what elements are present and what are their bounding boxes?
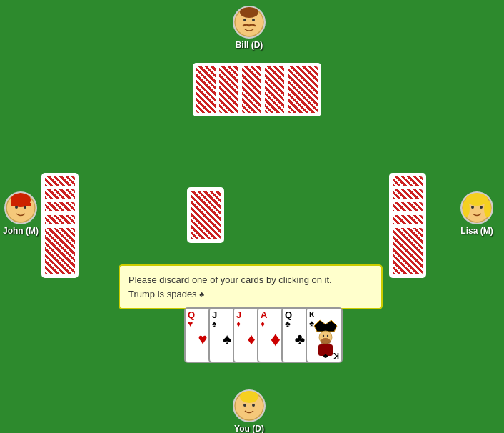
bill-avatar: Bill (D) <box>233 6 266 50</box>
lisa-hand <box>389 173 426 278</box>
bill-hand <box>193 63 321 116</box>
center-card <box>187 187 224 243</box>
svg-point-12 <box>484 200 491 217</box>
svg-point-8 <box>24 206 26 209</box>
john-face <box>4 191 37 224</box>
svg-point-18 <box>327 335 328 337</box>
svg-marker-15 <box>314 320 337 332</box>
you-face <box>233 389 266 422</box>
svg-point-19 <box>321 338 331 345</box>
message-line1: Please discard one of your cards by clic… <box>128 274 332 285</box>
john-avatar: John (M) <box>3 191 39 236</box>
bill-label: Bill (D) <box>236 40 263 50</box>
john-label: John (M) <box>3 226 39 236</box>
svg-point-17 <box>323 335 324 337</box>
lisa-label: Lisa (M) <box>460 226 493 236</box>
svg-point-13 <box>471 206 474 209</box>
message-line2: Trump is spades ♠ <box>128 289 204 299</box>
svg-point-14 <box>480 206 483 209</box>
lisa-face <box>460 191 493 224</box>
bill-face <box>233 6 266 39</box>
svg-point-3 <box>252 19 255 21</box>
card-back <box>41 224 79 278</box>
message-box: Please discard one of your cards by clic… <box>119 264 383 309</box>
you-avatar: You (D) <box>233 389 266 433</box>
svg-rect-6 <box>11 203 31 206</box>
card-back <box>284 63 321 116</box>
svg-point-7 <box>15 206 18 209</box>
john-hand <box>41 173 79 278</box>
svg-point-24 <box>243 404 246 407</box>
card-back <box>389 224 426 278</box>
svg-point-25 <box>252 404 255 407</box>
svg-point-11 <box>463 200 470 217</box>
card-back <box>187 187 224 243</box>
player-hand: Q ♥ ♥ Q J ♠ ♠ J J ♦ ♦ J A ♦ ♦ A Q ♣ ♣ Q … <box>184 307 343 363</box>
lisa-avatar: Lisa (M) <box>460 191 493 236</box>
svg-text:♣: ♣ <box>323 352 328 359</box>
svg-point-2 <box>243 19 246 21</box>
you-label: You (D) <box>234 424 264 433</box>
card-kc[interactable]: K♣ ♣ K <box>306 307 343 363</box>
